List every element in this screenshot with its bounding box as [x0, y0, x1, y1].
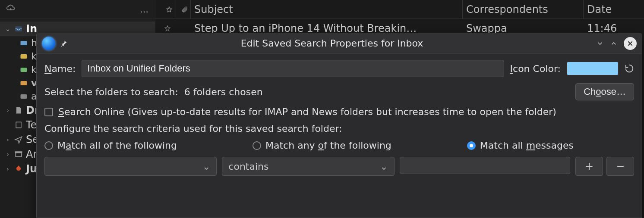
thunderbird-icon: [42, 37, 56, 50]
criteria-field-select[interactable]: ⌄: [44, 157, 217, 176]
match-radio-row: Match all of the following Match any of …: [44, 140, 634, 151]
criteria-row: ⌄ contains ⌄ + −: [44, 157, 634, 176]
match-any-radio[interactable]: Match any of the following: [253, 140, 391, 151]
column-subject[interactable]: Subject: [191, 0, 463, 19]
chevron-right-icon[interactable]: ›: [4, 151, 11, 158]
configure-label: Configure the search criteria used for t…: [44, 123, 634, 134]
criteria-value-input[interactable]: [400, 157, 570, 174]
pin-icon[interactable]: [60, 40, 68, 47]
dialog-title: Edit Saved Search Properties for Inbox: [72, 38, 592, 49]
svg-rect-1: [21, 54, 27, 59]
folder-select-row: Select the folders to search: 6 folders …: [44, 83, 634, 100]
close-button[interactable]: [624, 37, 637, 50]
sent-icon: [14, 135, 23, 144]
match-all-messages-radio[interactable]: Match all messages: [467, 140, 574, 151]
match-all-radio[interactable]: Match all of the following: [44, 140, 177, 151]
search-online-row[interactable]: Search Online (Gives up-to-date results …: [44, 106, 634, 117]
templates-icon: [14, 120, 23, 130]
chevron-right-icon[interactable]: ›: [4, 107, 11, 114]
folder-label: Ar: [26, 148, 37, 160]
inbox-icon: [19, 65, 28, 75]
folder-label: k: [31, 64, 37, 75]
edit-saved-search-dialog: Edit Saved Search Properties for Inbox N…: [36, 33, 642, 218]
icon-color-label: Icon Color:: [510, 63, 561, 74]
column-attachment-icon[interactable]: [175, 0, 191, 19]
sidebar-more-icon[interactable]: …: [140, 4, 149, 15]
search-online-label: Search Online (Gives up-to-date results …: [58, 106, 556, 117]
drafts-icon: [14, 106, 23, 115]
radio-icon[interactable]: [253, 141, 261, 150]
svg-rect-5: [16, 122, 21, 128]
chevron-down-icon: ⌄: [202, 161, 210, 172]
inbox-icon: [19, 38, 28, 48]
column-date[interactable]: Date: [584, 0, 640, 19]
folder-label: Te: [26, 119, 37, 131]
archive-icon: [14, 149, 23, 159]
get-messages-icon[interactable]: [6, 3, 16, 15]
name-row: Name: Icon Color:: [44, 60, 634, 77]
folders-label: Select the folders to search:: [44, 87, 178, 97]
inbox-icon: [19, 92, 28, 101]
svg-rect-2: [21, 68, 27, 72]
folders-chosen: 6 folders chosen: [184, 87, 263, 97]
expand-icon[interactable]: [610, 40, 618, 47]
radio-icon[interactable]: [467, 141, 476, 150]
column-correspondents[interactable]: Correspondents: [463, 0, 584, 19]
svg-rect-4: [21, 94, 27, 99]
svg-rect-3: [21, 81, 27, 85]
criteria-op-value: contains: [228, 161, 268, 172]
choose-folders-button[interactable]: Choose…: [575, 83, 634, 100]
junk-icon: [14, 164, 23, 174]
chevron-right-icon[interactable]: ›: [4, 136, 11, 143]
chevron-right-icon[interactable]: ›: [4, 165, 11, 172]
criteria-op-select[interactable]: contains ⌄: [222, 157, 394, 176]
icon-color-picker[interactable]: [567, 62, 619, 75]
inbox-icon: [19, 78, 28, 88]
reset-color-icon[interactable]: [625, 64, 634, 73]
column-header-row: Subject Correspondents Date: [155, 0, 644, 19]
folder-label: Ju: [26, 163, 37, 175]
dialog-body: Name: Icon Color: Select the folders to …: [37, 54, 642, 218]
chevron-down-icon[interactable]: ⌄: [4, 25, 11, 32]
sidebar-toolbar: …: [0, 0, 155, 19]
inbox-icon: [14, 24, 23, 34]
inbox-icon: [19, 52, 28, 61]
remove-criteria-button[interactable]: −: [606, 157, 634, 176]
folder-label: k: [31, 51, 37, 62]
name-label: Name:: [44, 63, 76, 74]
search-online-checkbox[interactable]: [44, 108, 53, 116]
add-criteria-button[interactable]: +: [575, 157, 603, 176]
name-input[interactable]: [82, 60, 504, 77]
dialog-titlebar: Edit Saved Search Properties for Inbox: [37, 33, 642, 54]
star-icon[interactable]: [160, 25, 175, 32]
radio-icon[interactable]: [44, 141, 53, 150]
chevron-down-icon: ⌄: [380, 161, 388, 172]
svg-rect-0: [21, 41, 27, 45]
collapse-icon[interactable]: [596, 40, 604, 47]
column-star-icon[interactable]: [160, 0, 175, 19]
criteria-addremove: + −: [575, 157, 634, 176]
folder-label: In: [26, 23, 37, 35]
